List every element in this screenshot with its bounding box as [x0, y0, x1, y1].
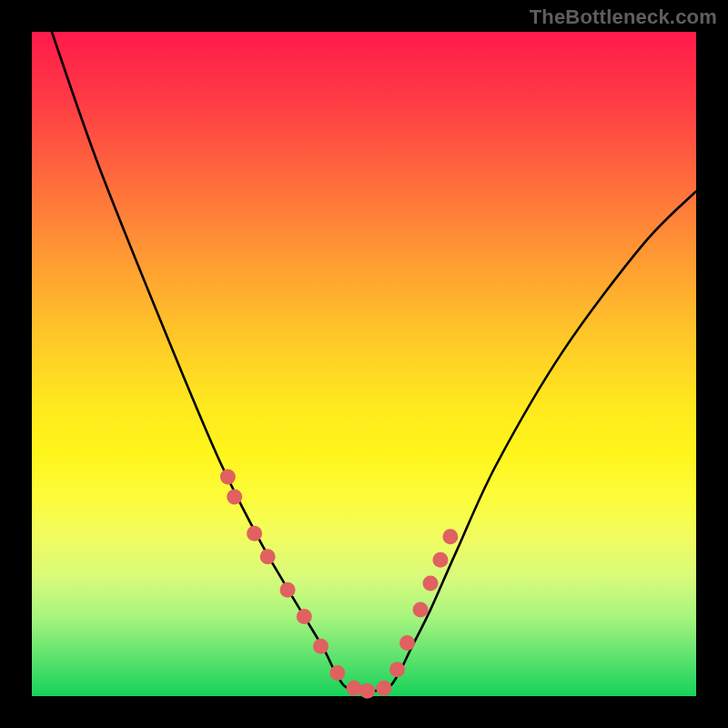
marker-dot [399, 635, 415, 651]
plot-area [32, 32, 696, 696]
chart-stage: TheBottleneck.com [0, 0, 728, 728]
marker-dots [220, 470, 459, 699]
marker-dot [260, 549, 276, 564]
watermark-text: TheBottleneck.com [530, 5, 717, 29]
marker-dot [432, 552, 448, 568]
bottleneck-curve [52, 32, 696, 691]
marker-dot [423, 575, 439, 591]
marker-dot [280, 582, 296, 598]
marker-dot [442, 529, 458, 544]
marker-dot [413, 602, 429, 618]
marker-dot [247, 526, 262, 541]
curve-svg [32, 32, 696, 696]
marker-dot [329, 665, 345, 681]
marker-dot [347, 681, 362, 696]
marker-dot [389, 662, 405, 677]
marker-dot [359, 683, 375, 699]
marker-dot [376, 681, 391, 696]
marker-dot [313, 639, 329, 654]
marker-dot [220, 470, 236, 485]
marker-dot [297, 609, 312, 624]
marker-dot [227, 490, 242, 505]
